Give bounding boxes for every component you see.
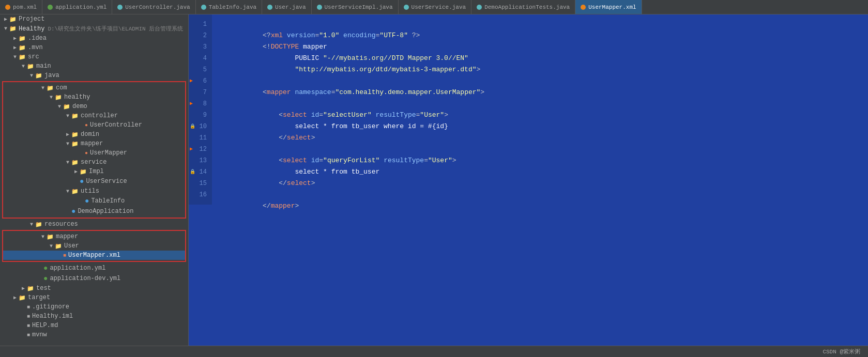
tree-impl[interactable]: ▶ 📁 Impl [3, 167, 185, 176]
healthy-pkg-folder-icon: 📁 [55, 94, 62, 101]
tree-table-info[interactable]: ▶ ● TableInfo [3, 196, 185, 206]
user-folder-label: User [64, 242, 79, 250]
status-bar: CSDN @紫米粥 [0, 346, 868, 357]
tab-user-mapper-xml[interactable]: UserMapper.xml [575, 0, 642, 14]
target-label: target [28, 294, 50, 301]
tab-user-service-impl-label: UserServiceImpl.java [325, 4, 393, 10]
tree-controller[interactable]: ▼ 📁 controller [3, 111, 185, 120]
resources-label: resources [44, 221, 78, 228]
tree-java[interactable]: ▼ 📁 java [0, 71, 188, 80]
gitignore-icon: ■ [27, 304, 30, 310]
main-label: main [36, 63, 51, 70]
tree-demo-application[interactable]: ▶ ● DemoApplication [3, 206, 185, 216]
file-tree[interactable]: ▶ 📁 Project ▼ 📁 Healthy D:\研究生文件夹\练手项目\E… [0, 14, 189, 346]
user-service-icon [404, 5, 409, 10]
tab-user-controller[interactable]: UserController.java [112, 0, 195, 14]
tree-mapper-pkg[interactable]: ▼ 📁 mapper [3, 139, 185, 148]
tree-user-mapper[interactable]: ▶ ● UserMapper [3, 148, 185, 158]
chevron-down-icon-controller: ▼ [64, 113, 71, 119]
user-mapper-file-icon: ● [85, 150, 88, 156]
tree-main[interactable]: ▼ 📁 main [0, 61, 188, 71]
chevron-down-icon-resources: ▼ [28, 222, 35, 227]
help-md-icon: ■ [27, 323, 30, 329]
user-mapper-xml-label: UserMapper.xml [68, 252, 120, 259]
tab-pom-xml-label: pom.xml [13, 4, 37, 10]
user-service-interface-icon: ● [80, 177, 84, 185]
tree-user-controller[interactable]: ▶ ● UserController [3, 120, 185, 130]
mapper-res-folder-icon: 📁 [47, 234, 54, 240]
impl-folder-icon: 📁 [80, 168, 87, 175]
tree-healthy-iml[interactable]: ▶ ■ Healthy.iml [0, 312, 188, 321]
healthy-folder-icon: 📁 [9, 25, 17, 32]
code-area: 1 2 3 4 5 ▶6 7 ▶8 9 🔒10 11 ▶12 13 🔒14 15… [189, 14, 868, 205]
tree-test[interactable]: ▶ 📁 test [0, 284, 188, 293]
tree-user-service[interactable]: ▶ ● UserService [3, 176, 185, 187]
tree-gitignore[interactable]: ▶ ■ .gitignore [0, 302, 188, 312]
tree-help-md[interactable]: ▶ ■ HELP.md [0, 321, 188, 330]
tree-project-root[interactable]: ▶ 📁 Project [0, 14, 188, 24]
chevron-down-icon-com: ▼ [39, 85, 47, 91]
tree-mvn[interactable]: ▶ 📁 .mvn [0, 43, 188, 52]
line-4: 4 [189, 53, 212, 64]
mvnw-icon: ■ [27, 332, 30, 338]
chevron-down-icon-main: ▼ [20, 64, 27, 69]
mapper-res-label: mapper [56, 233, 78, 240]
tree-application-yml[interactable]: ▶ ● application.yml [0, 263, 188, 273]
tree-src[interactable]: ▼ 📁 src [0, 52, 188, 61]
tab-table-info[interactable]: TableInfo.java [196, 0, 262, 14]
table-info-icon [201, 5, 206, 10]
src-label: src [28, 53, 39, 60]
com-folder-icon: 📁 [47, 85, 54, 91]
tab-user-mapper-xml-label: UserMapper.xml [588, 4, 636, 10]
tree-utils[interactable]: ▼ 📁 utils [3, 187, 185, 196]
tree-application-dev-yml[interactable]: ▶ ● application-dev.yml [0, 273, 188, 284]
yml-icon [48, 5, 53, 10]
tree-resources[interactable]: ▼ 📁 resources [0, 220, 188, 229]
tree-target[interactable]: ▶ 📁 target [0, 293, 188, 302]
tree-service[interactable]: ▼ 📁 service [3, 158, 185, 167]
user-mapper-file-label: UserMapper [90, 149, 127, 157]
line-13: 13 [189, 155, 212, 166]
line-16: 16 [189, 189, 212, 200]
project-root-label: Project [19, 15, 44, 23]
line-10: 🔒10 [189, 121, 212, 132]
user-controller-icon [117, 5, 123, 10]
tree-demo[interactable]: ▼ 📁 demo [3, 102, 185, 111]
chevron-down-icon-src: ▼ [11, 54, 19, 60]
tree-mapper-res[interactable]: ▼ 📁 mapper [3, 232, 185, 241]
tree-healthy[interactable]: ▼ 📁 Healthy D:\研究生文件夹\练手项目\ELADMIN 后台管理系… [0, 24, 188, 34]
code-line-8: <select id="selectUser" resultType="User… [222, 98, 858, 110]
src-folder-icon: 📁 [19, 54, 26, 60]
controller-label: controller [81, 112, 118, 119]
pom-xml-icon [5, 5, 10, 10]
watermark-label: CSDN @紫米粥 [823, 348, 860, 355]
chevron-right-icon-test: ▶ [20, 285, 27, 291]
chevron-right-icon-impl: ▶ [72, 168, 80, 175]
tree-healthy-pkg[interactable]: ▼ 📁 healthy [3, 92, 185, 102]
tree-user-mapper-xml[interactable]: ▶ ■ UserMapper.xml [3, 251, 185, 260]
line-14: 🔒14 [189, 166, 212, 178]
tab-user-service[interactable]: UserService.java [399, 0, 472, 14]
domin-label: domin [81, 131, 99, 138]
tree-domin[interactable]: ▶ 📁 domin [3, 130, 185, 139]
tree-mvnw[interactable]: ▶ ■ mvnw [0, 330, 188, 339]
code-editor[interactable]: 1 2 3 4 5 ▶6 7 ▶8 9 🔒10 11 ▶12 13 🔒14 15… [189, 14, 868, 346]
tab-application-yml[interactable]: application.yml [42, 0, 112, 14]
mvn-label: .mvn [28, 44, 43, 51]
user-mapper-xml-icon [581, 5, 586, 10]
tab-demo-app-tests[interactable]: DemoApplicationTests.java [471, 0, 575, 14]
tab-user-service-impl[interactable]: UserServiceImpl.java [312, 0, 399, 14]
line-2: 2 [189, 30, 212, 41]
demo-application-label: DemoApplication [78, 208, 133, 215]
tree-user-folder[interactable]: ▼ 📁 User [3, 241, 185, 251]
test-folder-icon: 📁 [27, 285, 34, 292]
mvn-folder-icon: 📁 [19, 44, 26, 51]
tree-com[interactable]: ▼ 📁 com [3, 83, 185, 92]
chevron-right-icon-target: ▶ [11, 294, 19, 301]
healthy-iml-label: Healthy.iml [32, 313, 73, 320]
tree-idea[interactable]: ▶ 📁 .idea [0, 34, 188, 43]
tab-user[interactable]: User.java [262, 0, 311, 14]
main-layout: ▶ 📁 Project ▼ 📁 Healthy D:\研究生文件夹\练手项目\E… [0, 14, 868, 346]
gitignore-label: .gitignore [32, 303, 69, 311]
tab-pom-xml[interactable]: pom.xml [0, 0, 42, 14]
